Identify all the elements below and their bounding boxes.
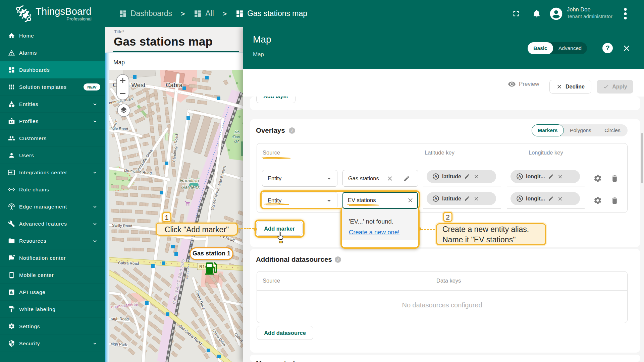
svg-text:A: A [435,174,437,178]
svg-text:Cabra Road: Cabra Road [118,261,139,265]
svg-text:Na: Na [235,130,239,134]
svg-text:A: A [519,174,521,178]
svg-text:Cabra: Cabra [166,81,183,88]
svg-text:Swilly Road: Swilly Road [112,223,132,228]
svg-text:Hamilton: Hamilton [180,178,199,183]
svg-text:Fion: Fion [233,135,240,139]
svg-text:GA: GA [234,139,239,143]
svg-text:A: A [519,196,521,200]
svg-text:eigh Park: eigh Park [111,342,127,347]
svg-text:A: A [435,196,437,200]
svg-text:ragh Road: ragh Road [111,316,129,321]
svg-text:Gardens: Gardens [181,185,200,190]
